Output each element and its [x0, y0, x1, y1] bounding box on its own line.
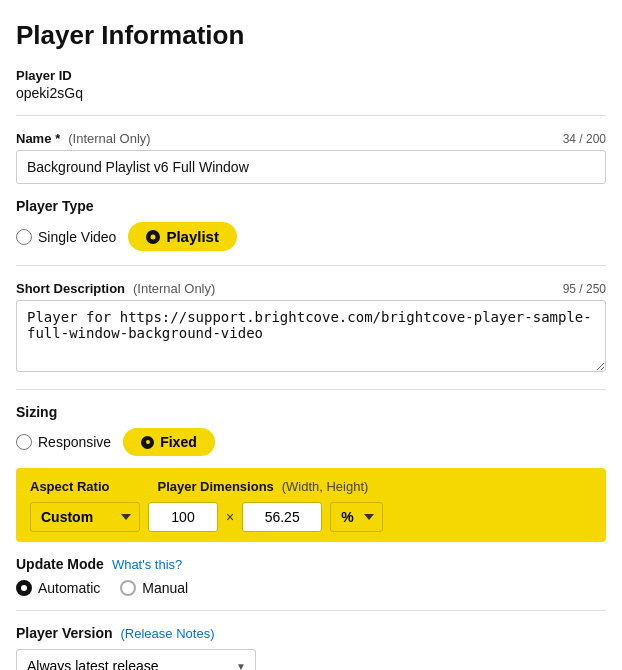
- radio-fixed-label: Fixed: [160, 434, 197, 450]
- player-type-label: Player Type: [16, 198, 606, 214]
- player-id-value: opeki2sGq: [16, 85, 606, 101]
- aspect-ratio-select[interactable]: Custom 16:9 4:3 1:1: [30, 502, 140, 532]
- update-mode-options: Automatic Manual: [16, 580, 606, 596]
- radio-fixed-button[interactable]: Fixed: [123, 428, 215, 456]
- radio-responsive-input[interactable]: [16, 434, 32, 450]
- divider-4: [16, 610, 606, 611]
- whats-this-link[interactable]: What's this?: [112, 557, 182, 572]
- dimensions-section: Aspect Ratio Player Dimensions (Width, H…: [16, 468, 606, 542]
- width-input[interactable]: [148, 502, 218, 532]
- dimensions-inputs-row: Custom 16:9 4:3 1:1 × % px: [30, 502, 592, 532]
- player-version-select[interactable]: Always latest release 6.x latest 5.x lat…: [16, 649, 256, 670]
- player-dimensions-note: (Width, Height): [282, 479, 369, 494]
- dimensions-header: Aspect Ratio Player Dimensions (Width, H…: [30, 478, 592, 494]
- player-version-section: Player Version (Release Notes) Always la…: [16, 625, 606, 670]
- radio-single-video-input[interactable]: [16, 229, 32, 245]
- player-type-options: Single Video Playlist: [16, 222, 606, 251]
- player-version-header: Player Version (Release Notes): [16, 625, 606, 641]
- update-mode-header: Update Mode What's this?: [16, 556, 606, 572]
- name-note: (Internal Only): [68, 131, 150, 146]
- radio-automatic[interactable]: Automatic: [16, 580, 100, 596]
- unit-select[interactable]: % px: [330, 502, 383, 532]
- radio-manual-circle: [120, 580, 136, 596]
- radio-responsive[interactable]: Responsive: [16, 434, 111, 450]
- divider-3: [16, 389, 606, 390]
- page-title: Player Information: [16, 20, 606, 51]
- sizing-options-row: Responsive Fixed: [16, 428, 606, 456]
- radio-single-video[interactable]: Single Video: [16, 229, 116, 245]
- height-input[interactable]: [242, 502, 322, 532]
- radio-manual-label: Manual: [142, 580, 188, 596]
- release-notes-close: ): [210, 626, 214, 641]
- divider-2: [16, 265, 606, 266]
- release-notes-link[interactable]: (Release Notes): [121, 626, 215, 641]
- name-input[interactable]: [16, 150, 606, 184]
- name-field-group: Name * (Internal Only) 34 / 200: [16, 130, 606, 184]
- aspect-ratio-header-label: Aspect Ratio: [30, 479, 109, 494]
- player-version-label: Player Version: [16, 625, 113, 641]
- player-id-group: Player ID opeki2sGq: [16, 67, 606, 101]
- update-mode-label: Update Mode: [16, 556, 104, 572]
- short-description-group: Short Description (Internal Only) 95 / 2…: [16, 280, 606, 375]
- dimension-separator: ×: [226, 509, 234, 525]
- sizing-label: Sizing: [16, 404, 606, 420]
- version-select-wrapper: Always latest release 6.x latest 5.x lat…: [16, 649, 256, 670]
- radio-manual[interactable]: Manual: [120, 580, 188, 596]
- radio-responsive-label: Responsive: [38, 434, 111, 450]
- name-char-count: 34 / 200: [563, 132, 606, 146]
- short-desc-char-count: 95 / 250: [563, 282, 606, 296]
- name-label: Name: [16, 131, 51, 146]
- short-desc-label: Short Description: [16, 281, 125, 296]
- short-desc-note: (Internal Only): [133, 281, 215, 296]
- radio-playlist-dot: [146, 230, 160, 244]
- radio-automatic-label: Automatic: [38, 580, 100, 596]
- sizing-group: Sizing Responsive Fixed Aspect Ratio Pla…: [16, 404, 606, 542]
- radio-automatic-circle: [16, 580, 32, 596]
- player-type-group: Player Type Single Video Playlist: [16, 198, 606, 251]
- short-description-input[interactable]: Player for https://support.brightcove.co…: [16, 300, 606, 372]
- radio-single-video-label: Single Video: [38, 229, 116, 245]
- radio-playlist-label: Playlist: [166, 228, 219, 245]
- update-mode-section: Update Mode What's this? Automatic Manua…: [16, 556, 606, 596]
- player-id-label: Player ID: [16, 68, 72, 83]
- radio-fixed-dot: [141, 436, 154, 449]
- divider-1: [16, 115, 606, 116]
- release-notes-label: Release Notes: [125, 626, 210, 641]
- player-dimensions-header-label: Player Dimensions: [157, 479, 273, 494]
- radio-playlist-button[interactable]: Playlist: [128, 222, 237, 251]
